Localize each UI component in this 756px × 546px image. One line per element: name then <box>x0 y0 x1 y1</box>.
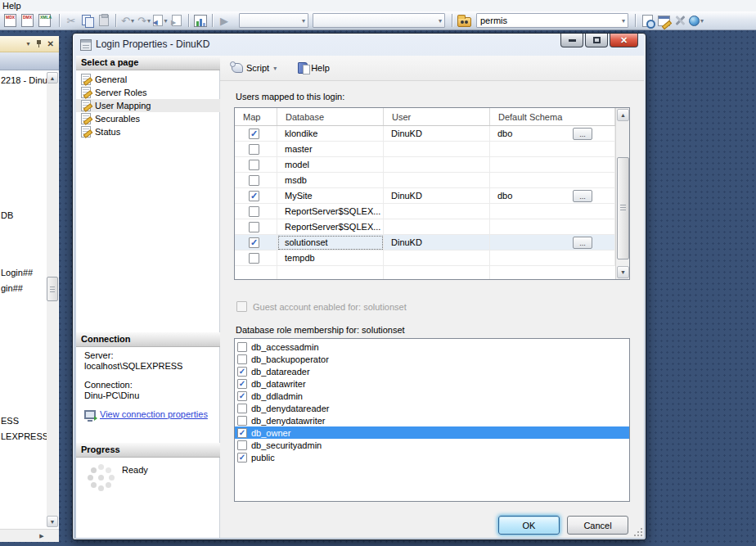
view-connection-properties-link[interactable]: View connection properties <box>100 409 208 419</box>
new-mdx-query-button[interactable]: MDX <box>4 12 21 29</box>
role-item-db-securityadmin[interactable]: db_securityadmin <box>235 439 629 451</box>
undo-button[interactable]: ↶▾ <box>119 12 136 29</box>
tree-node-label[interactable]: gin## <box>1 283 47 293</box>
map-checkbox[interactable] <box>249 160 259 170</box>
minimize-button[interactable] <box>560 34 583 47</box>
scroll-down-icon[interactable]: ▼ <box>47 516 58 527</box>
properties-window-button[interactable] <box>655 12 672 29</box>
window-position-icon[interactable]: ▾ <box>27 40 30 47</box>
horizontal-scrollbar[interactable]: ▶ <box>0 529 59 542</box>
sidebar-item-server-roles[interactable]: Server Roles <box>76 86 220 99</box>
browse-button[interactable]: ... <box>573 190 592 202</box>
map-checkbox[interactable]: ✓ <box>249 191 259 201</box>
role-checkbox[interactable] <box>237 354 247 364</box>
scroll-up-icon[interactable]: ▲ <box>47 72 58 83</box>
browse-button[interactable]: ... <box>573 237 592 249</box>
close-button[interactable]: ✕ <box>610 34 638 47</box>
copy-button[interactable] <box>79 12 96 29</box>
map-checkbox[interactable] <box>249 144 259 155</box>
scrollbar-thumb[interactable] <box>47 277 58 301</box>
close-icon[interactable]: ✕ <box>47 40 54 48</box>
new-dmx-query-button[interactable]: DMX <box>21 12 38 29</box>
role-item-db-accessadmin[interactable]: db_accessadmin <box>235 341 629 353</box>
column-header-user[interactable]: User <box>384 108 490 125</box>
find-combobox[interactable]: ▾ <box>476 13 628 28</box>
tree-node-label[interactable]: LEXPRESS <box>1 431 47 441</box>
auto-hide-pin-icon[interactable] <box>35 40 43 48</box>
role-item-db-owner[interactable]: ✓db_owner <box>235 426 629 439</box>
toolbar-combobox-2[interactable]: ▾ <box>313 13 445 28</box>
toolbar-combobox-1[interactable]: ▾ <box>239 13 308 28</box>
table-row[interactable]: ReportServer$SQLEX... <box>235 219 615 235</box>
maximize-button[interactable] <box>585 34 608 47</box>
table-row[interactable]: ✓MySiteDinuKDdbo... <box>235 188 615 204</box>
navigate-backward-button[interactable]: ◀▾ <box>152 12 169 29</box>
sidebar-item-general[interactable]: General <box>76 73 220 86</box>
vertical-scrollbar[interactable]: ▲ ▼ <box>47 72 58 527</box>
navigate-backward-dropdown-icon[interactable]: ▾ <box>164 17 167 25</box>
role-item-db-ddladmin[interactable]: ✓db_ddladmin <box>235 390 629 402</box>
resize-grip[interactable] <box>634 528 642 536</box>
map-checkbox[interactable] <box>249 175 259 186</box>
role-checkbox[interactable] <box>237 342 247 352</box>
table-row[interactable]: tempdb <box>235 250 615 266</box>
role-item-db-datareader[interactable]: ✓db_datareader <box>235 365 629 377</box>
scroll-up-icon[interactable]: ▲ <box>617 109 629 121</box>
redo-button[interactable]: ↷▾ <box>136 12 152 29</box>
map-checkbox[interactable] <box>249 253 259 264</box>
activity-monitor-button[interactable] <box>192 12 209 29</box>
new-xmla-query-button[interactable]: XMLA <box>38 12 56 29</box>
role-checkbox[interactable]: ✓ <box>237 391 247 401</box>
role-item-db-datawriter[interactable]: ✓db_datawriter <box>235 377 629 390</box>
table-row[interactable]: ReportServer$SQLEX... <box>235 204 615 219</box>
menu-item-help[interactable]: Help <box>2 1 21 11</box>
sidebar-item-securables[interactable]: Securables <box>76 112 220 125</box>
ok-button[interactable]: OK <box>498 516 560 535</box>
tree-node-label[interactable]: DB <box>1 210 47 220</box>
find-in-files-button[interactable] <box>456 12 472 29</box>
tree-node-label[interactable]: Login## <box>1 268 47 278</box>
role-item-db-denydatawriter[interactable]: db_denydatawriter <box>235 414 629 426</box>
redo-dropdown-icon[interactable]: ▾ <box>147 17 151 25</box>
column-header-map[interactable]: Map <box>235 108 277 125</box>
browse-button[interactable]: ... <box>573 128 592 140</box>
role-checkbox[interactable]: ✓ <box>237 367 247 377</box>
web-browser-button[interactable]: ▾ <box>688 12 704 29</box>
navigate-forward-button[interactable]: ▶ <box>169 12 185 29</box>
map-checkbox[interactable]: ✓ <box>249 237 259 248</box>
role-checkbox[interactable]: ✓ <box>237 453 247 463</box>
column-header-default-schema[interactable]: Default Schema <box>490 108 615 125</box>
sidebar-item-user-mapping[interactable]: User Mapping <box>76 99 220 112</box>
grid-vertical-scrollbar[interactable]: ▲ ▼ <box>615 108 629 279</box>
scroll-right-icon[interactable]: ▶ <box>36 530 47 542</box>
role-checkbox[interactable] <box>237 404 247 413</box>
table-row[interactable]: model <box>235 157 615 173</box>
undo-dropdown-icon[interactable]: ▾ <box>131 17 134 25</box>
script-dropdown-icon[interactable]: ▾ <box>273 65 277 72</box>
script-button[interactable]: Script <box>246 63 269 73</box>
tools-button[interactable] <box>672 12 688 29</box>
execute-button[interactable]: ▶ <box>216 12 232 29</box>
tree-node-label[interactable]: 2218 - Dinu <box>1 75 47 85</box>
role-checkbox[interactable] <box>237 440 247 450</box>
tree-node-label[interactable]: ESS <box>1 416 47 426</box>
role-checkbox[interactable]: ✓ <box>237 428 247 438</box>
find-input[interactable] <box>477 15 608 26</box>
role-checkbox[interactable] <box>237 416 247 426</box>
help-button[interactable]: Help <box>311 63 330 73</box>
object-explorer-tree[interactable]: 2218 - Dinu DB Login## gin## ESS LEXPRES… <box>0 70 59 529</box>
table-row[interactable]: msdb <box>235 173 615 188</box>
table-row[interactable]: ✓solutionsetDinuKD... <box>235 235 615 250</box>
role-item-db-denydatareader[interactable]: db_denydatareader <box>235 402 629 414</box>
role-checkbox[interactable]: ✓ <box>237 379 247 389</box>
table-row[interactable]: master <box>235 142 615 157</box>
role-item-public[interactable]: ✓public <box>235 451 629 463</box>
cut-button[interactable]: ✂ <box>63 12 79 29</box>
cancel-button[interactable]: Cancel <box>567 516 628 535</box>
column-header-database[interactable]: Database <box>277 108 384 125</box>
scroll-down-icon[interactable]: ▼ <box>617 266 629 278</box>
object-search-button[interactable] <box>639 12 655 29</box>
sidebar-item-status[interactable]: Status <box>76 125 220 138</box>
paste-button[interactable] <box>96 12 112 29</box>
map-checkbox[interactable] <box>249 222 259 232</box>
